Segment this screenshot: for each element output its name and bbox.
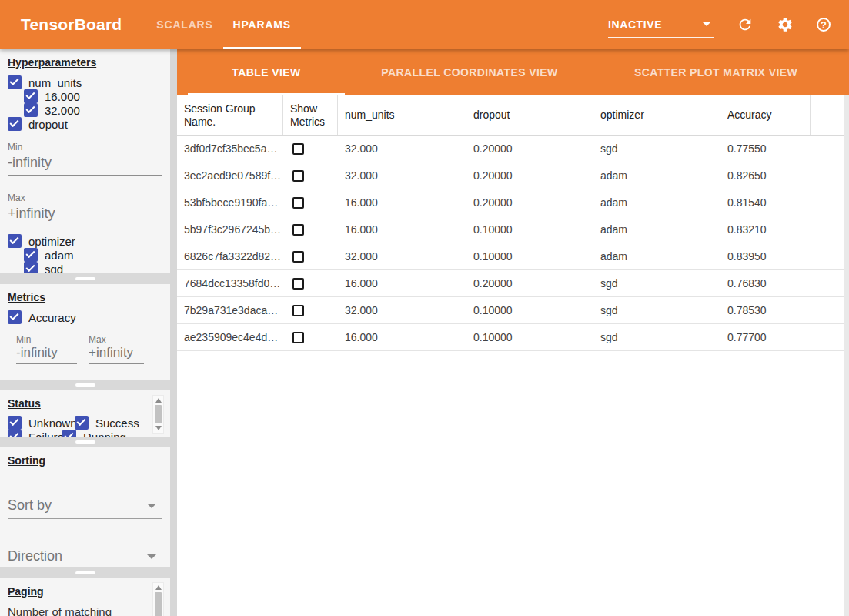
num-units-32-checkbox[interactable]: [24, 103, 38, 117]
col-num-units: num_units: [338, 95, 466, 135]
dropout-max-input[interactable]: [8, 206, 162, 226]
dropout-value: 0.20000: [466, 196, 593, 209]
dropout-value: 0.10000: [466, 304, 593, 316]
optimizer-checkbox[interactable]: [8, 234, 22, 248]
accuracy-value: 0.77700: [720, 331, 811, 343]
sort-by-select[interactable]: Sort by: [8, 497, 162, 519]
optimizer-value-row: sgd: [24, 262, 170, 273]
show-metrics-checkbox[interactable]: [292, 305, 304, 316]
hparam-dropout-row: dropout: [8, 117, 170, 131]
top-tabs: SCALARS HPARAMS: [146, 0, 301, 49]
status-row: Failure Running: [8, 430, 170, 437]
scroll-up-icon[interactable]: [155, 398, 162, 403]
accuracy-max-label: Max: [89, 334, 144, 345]
col-session-group-name: Session Group Name.: [177, 95, 283, 135]
drag-handle[interactable]: [75, 440, 95, 444]
dropout-checkbox[interactable]: [8, 117, 22, 131]
accuracy-minmax-row: Min Max: [16, 334, 170, 364]
accuracy-value: 0.76830: [720, 277, 811, 290]
dropout-value: 0.10000: [466, 331, 593, 343]
dropout-min-input[interactable]: [8, 155, 162, 176]
session-group-name: 5b97f3c2967245b…: [177, 223, 283, 236]
status-failure-label: Failure: [28, 430, 64, 437]
refresh-icon[interactable]: [737, 16, 754, 33]
accuracy-max-field: Max: [89, 334, 144, 364]
accuracy-checkbox[interactable]: [8, 310, 22, 324]
session-group-name: 3ec2aed9e07589f…: [177, 169, 283, 182]
table-row: 6826c7fa3322d82… 32.000 0.10000 adam 0.8…: [177, 243, 844, 270]
num-units-value-row: 16.000: [24, 89, 170, 103]
num-units-16-checkbox[interactable]: [24, 89, 38, 103]
drag-handle[interactable]: [75, 383, 95, 387]
status-success: Success: [75, 416, 139, 430]
optimizer-value: adam: [593, 223, 720, 236]
scroll-down-icon[interactable]: [155, 426, 162, 430]
status-unknown: Unknown: [8, 416, 75, 430]
optimizer-value: sgd: [593, 331, 720, 343]
optimizer-sgd-label: sgd: [45, 263, 63, 274]
status-panel: Status Unknown Success Failure R: [0, 390, 170, 437]
accuracy-value: 0.83950: [720, 250, 811, 263]
show-metrics-checkbox[interactable]: [292, 278, 304, 290]
drag-handle[interactable]: [75, 571, 95, 574]
drag-handle[interactable]: [75, 277, 95, 280]
tab-parallel-coordinates-view[interactable]: PARALLEL COORDINATES VIEW: [345, 49, 594, 95]
optimizer-value: sgd: [593, 142, 720, 155]
accuracy-max-input[interactable]: [89, 345, 144, 364]
direction-select[interactable]: Direction: [8, 548, 162, 567]
paging-scrollbar[interactable]: [152, 582, 164, 616]
session-group-name: ae235909ec4e4d…: [177, 331, 283, 343]
tab-scalars[interactable]: SCALARS: [146, 0, 222, 49]
optimizer-sgd-checkbox[interactable]: [24, 262, 38, 273]
hyperparameters-heading: Hyperparameters: [8, 54, 170, 69]
show-metrics-checkbox[interactable]: [292, 332, 304, 343]
dropout-min-label: Min: [8, 142, 170, 152]
num-units-checkbox[interactable]: [8, 75, 22, 89]
col-optimizer: optimizer: [593, 95, 720, 135]
num-units-value: 16.000: [338, 331, 466, 343]
scroll-thumb[interactable]: [155, 592, 162, 616]
run-status-select[interactable]: INACTIVE: [608, 18, 714, 38]
show-metrics-checkbox[interactable]: [292, 224, 304, 236]
optimizer-value: sgd: [593, 304, 720, 316]
status-running-label: Running: [83, 430, 126, 437]
col-show-metrics: Show Metrics: [283, 95, 338, 135]
status-success-checkbox[interactable]: [75, 416, 89, 430]
table-row: 53bf5bece9190fa… 16.000 0.20000 adam 0.8…: [177, 189, 844, 216]
show-metrics-checkbox[interactable]: [292, 170, 304, 182]
matching-groups-summary: Number of matching session groups: 8: [8, 604, 148, 616]
show-metrics-checkbox[interactable]: [292, 197, 304, 209]
scroll-up-icon[interactable]: [155, 585, 162, 590]
col-dropout: dropout: [466, 95, 593, 135]
accuracy-value: 0.78530: [720, 304, 811, 316]
dropout-value: 0.10000: [466, 250, 593, 263]
panel-resize-divider: [0, 380, 170, 390]
num-units-16-label: 16.000: [45, 90, 80, 103]
status-running-checkbox[interactable]: [62, 430, 76, 437]
num-units-value: 16.000: [338, 223, 466, 236]
status-failure-checkbox[interactable]: [8, 430, 22, 437]
panel-resize-divider: [0, 273, 170, 284]
optimizer-value: adam: [593, 196, 720, 209]
optimizer-adam-checkbox[interactable]: [24, 248, 38, 262]
status-unknown-label: Unknown: [28, 417, 77, 430]
accuracy-min-field: Min: [16, 334, 77, 364]
accuracy-min-label: Min: [16, 334, 77, 345]
status-failure: Failure: [8, 430, 62, 437]
tab-table-view[interactable]: TABLE VIEW: [188, 49, 345, 95]
dropout-value: 0.20000: [466, 142, 593, 155]
show-metrics-checkbox[interactable]: [292, 251, 304, 263]
help-icon[interactable]: ?: [817, 18, 831, 32]
show-metrics-checkbox[interactable]: [292, 143, 304, 155]
scroll-thumb[interactable]: [155, 405, 162, 424]
accuracy-min-input[interactable]: [16, 345, 77, 364]
sorting-heading: Sorting: [8, 452, 170, 467]
tab-scatter-plot-matrix-view[interactable]: SCATTER PLOT MATRIX VIEW: [594, 49, 837, 95]
status-unknown-checkbox[interactable]: [8, 416, 22, 430]
status-scrollbar[interactable]: [152, 395, 164, 434]
accuracy-value: 0.77550: [720, 142, 811, 155]
optimizer-label: optimizer: [28, 235, 75, 248]
run-status-value: INACTIVE: [608, 18, 662, 31]
tab-hparams[interactable]: HPARAMS: [223, 0, 301, 49]
settings-icon[interactable]: [777, 16, 794, 33]
